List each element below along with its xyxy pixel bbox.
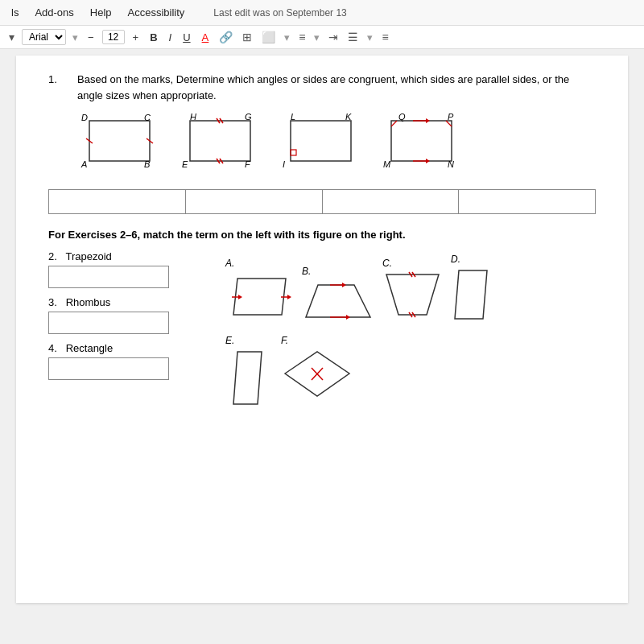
svg-marker-34 [287,295,291,299]
question-1-text: 1. Based on the marks, Determine which a… [48,72,596,103]
svg-text:M: M [383,159,391,169]
link-icon[interactable]: 🔗 [217,29,235,45]
answer-cell-1[interactable] [49,190,186,214]
align-icon[interactable]: ≡ [296,29,308,45]
svg-marker-32 [238,295,242,299]
figure-b-label: B. [302,266,374,277]
q1-content: Based on the marks, Determine which angl… [77,72,596,103]
figure-b: B. [302,266,374,325]
shape-ijkl: L K I [279,113,363,180]
last-edit-text: Last edit was on September 13 [213,7,346,19]
menu-item-help[interactable]: Help [87,5,115,20]
figure-f: F. [281,335,353,402]
svg-text:N: N [448,159,454,169]
exercise-2-row: 2. Trapezoid [48,250,209,288]
insert-icon[interactable]: ⊞ [240,29,254,45]
svg-text:D: D [81,113,88,122]
svg-text:Q: Q [398,113,406,122]
toolbar-sep2: ▾ [284,31,290,43]
exercise-4-number: 4. Rectangle [48,342,193,354]
svg-text:C: C [144,113,151,122]
figure-c: C. [382,258,443,325]
toolbar-sep3: ▾ [314,31,320,43]
document-area: 1. Based on the marks, Determine which a… [16,56,628,603]
image-icon[interactable]: ⬜ [259,29,278,45]
svg-text:H: H [190,113,196,122]
figure-f-svg [281,348,353,400]
svg-text:G: G [245,113,252,122]
italic-button[interactable]: I [166,30,175,45]
svg-marker-45 [455,270,487,319]
svg-marker-40 [386,275,439,315]
shape-abcd-svg: D C A B [77,113,162,177]
svg-rect-0 [89,121,150,161]
list-icon[interactable]: ☰ [345,29,361,45]
svg-text:E: E [182,159,188,169]
figure-e-label: E. [225,335,270,346]
toolbar-sep1: ▾ [72,31,78,43]
figure-c-svg [382,270,443,323]
figure-a: A. [225,258,294,325]
shape-mnpq-svg: Q P M N [379,113,464,177]
toolbar: ▾ Arial ▾ − 12 + B I U A 🔗 ⊞ ⬜ ▾ ≡ ▾ ⇥ ☰… [0,26,644,49]
arrow-icon: ▾ [6,29,17,45]
shape-ijkl-svg: L K I [279,113,363,177]
font-increase-button[interactable]: + [130,30,142,45]
svg-text:P: P [448,113,454,122]
exercise-4-row: 4. Rectangle [48,342,209,380]
figures-top-row: A. B. [225,254,596,325]
figure-d-svg [451,266,491,323]
figure-b-svg [302,279,374,323]
font-size-display: 12 [102,30,125,44]
exercise-2-answer[interactable] [48,266,169,288]
answer-table-1 [48,189,596,214]
font-color-button[interactable]: A [199,30,213,45]
indent-icon[interactable]: ⇥ [326,29,341,45]
svg-text:I: I [283,159,285,169]
svg-text:A: A [80,159,87,169]
underline-button[interactable]: U [180,30,193,45]
svg-marker-37 [342,283,346,287]
figure-f-label: F. [281,335,353,346]
svg-text:K: K [345,113,352,122]
figure-e: E. [225,335,270,415]
exercises-figures-wrapper: 2. Trapezoid 3. Rhombus 4. Rectangle [48,250,596,415]
q1-number: 1. [48,72,64,103]
figure-a-label: A. [225,258,294,269]
svg-marker-35 [306,285,370,317]
answer-cell-4[interactable] [459,190,596,214]
shape-mnpq: Q P M N [379,113,464,180]
shape-efgh: H G E F [178,113,262,180]
figure-c-label: C. [382,258,443,269]
exercise-2-number: 2. Trapezoid [48,250,193,262]
shape-abcd: D C A B [77,113,162,180]
exercise-4-answer[interactable] [48,357,169,380]
figures-bottom-row: E. F. [225,335,596,415]
exercise-4-left: 4. Rectangle [48,342,193,380]
exercise-3-answer[interactable] [48,312,169,334]
font-decrease-button[interactable]: − [85,30,97,45]
bold-button[interactable]: B [147,30,160,45]
answer-cell-2[interactable] [185,190,322,214]
svg-rect-16 [291,121,351,161]
menu-item-addons[interactable]: Add-ons [31,5,76,20]
svg-rect-17 [291,150,296,155]
svg-marker-39 [346,315,350,320]
exercise-3-row: 3. Rhombus [48,296,209,334]
section-header: For Exercises 2–6, match the term on the… [48,229,596,241]
svg-rect-7 [190,121,250,161]
exercise-2-left: 2. Trapezoid [48,250,193,288]
menu-item-accessibility[interactable]: Accessibility [125,5,188,20]
menu-item-ls[interactable]: ls [8,5,22,20]
figure-a-svg [225,270,294,323]
figure-d: D. [451,254,491,325]
toolbar-sep4: ▾ [367,31,373,43]
menu-bar: ls Add-ons Help Accessibility Last edit … [0,0,644,26]
answer-cell-3[interactable] [322,190,459,214]
more-icon[interactable]: ≡ [379,29,390,45]
svg-marker-46 [233,352,262,404]
figure-e-svg [225,348,270,412]
font-family-select[interactable]: Arial [22,29,66,45]
svg-marker-23 [426,118,430,123]
exercises-list: 2. Trapezoid 3. Rhombus 4. Rectangle [48,250,209,415]
